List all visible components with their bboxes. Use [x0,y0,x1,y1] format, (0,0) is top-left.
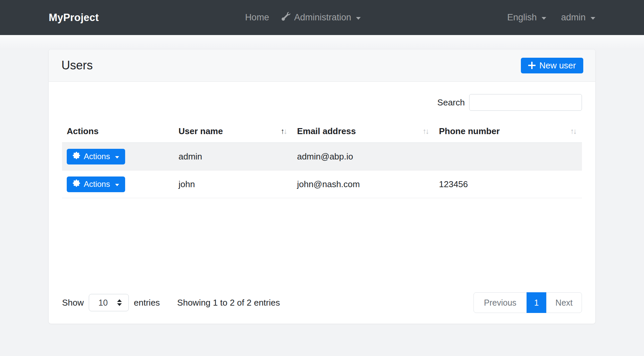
page-size-select[interactable]: 10 [89,294,129,311]
pagination: Previous 1 Next [473,292,582,313]
pagination-page-1[interactable]: 1 [527,292,547,313]
column-header-email[interactable]: Email address ↑↓ [292,122,434,143]
row-actions-label: Actions [84,152,110,161]
user-menu[interactable]: admin [561,12,595,23]
page-background [0,35,644,49]
card-body: Search Actions User name ↑↓ Email addres [49,82,595,324]
chevron-down-icon [115,184,119,186]
new-user-button-label: New user [539,60,576,71]
row-actions-button[interactable]: Actions [67,176,125,192]
table-footer: Show 10 entries Showing 1 to 2 of 2 entr… [62,292,582,313]
select-arrows-icon [117,299,122,306]
brand-logo[interactable]: MyProject [49,12,99,24]
nav-item-administration-label: Administration [294,12,351,23]
email-cell: admin@abp.io [292,143,434,170]
nav-item-home[interactable]: Home [245,12,269,23]
plus-icon [528,62,536,69]
search-row: Search [62,94,582,111]
chevron-down-icon [542,17,546,20]
chevron-down-icon [356,17,361,20]
actions-cell: Actions [62,170,174,198]
search-input[interactable] [469,94,582,111]
language-menu[interactable]: English [507,12,547,23]
chevron-down-icon [591,17,595,20]
entries-label: entries [134,298,160,308]
column-header-actions: Actions [62,122,174,143]
users-table: Actions User name ↑↓ Email address ↑↓ Ph… [62,122,582,198]
column-header-phone[interactable]: Phone number ↑↓ [434,122,582,143]
new-user-button[interactable]: New user [521,58,583,73]
card-header: Users New user [49,49,595,82]
sort-icon: ↑↓ [423,127,428,136]
email-cell: john@nash.com [292,170,434,198]
pagination-next[interactable]: Next [546,292,582,313]
table-row: Actions admin admin@abp.io [62,143,582,170]
showing-entries-summary: Showing 1 to 2 of 2 entries [177,298,280,308]
sort-icon: ↑↓ [570,127,576,136]
gear-icon [73,152,80,161]
actions-cell: Actions [62,143,174,170]
gear-icon [73,180,80,189]
row-actions-label: Actions [84,180,110,189]
show-label: Show [62,298,84,308]
main-menu: Home Administration [245,12,361,23]
navbar-right: English admin [507,12,595,23]
username-cell: john [174,170,292,198]
table-empty-space [62,198,582,292]
nav-item-home-label: Home [245,12,269,23]
phone-cell: 123456 [434,170,582,198]
phone-cell [434,143,582,170]
page-title: Users [61,58,93,72]
table-row: Actions john john@nash.com 123456 [62,170,582,198]
column-header-username[interactable]: User name ↑↓ [174,122,292,143]
table-header-row: Actions User name ↑↓ Email address ↑↓ Ph… [62,122,582,143]
pagination-previous[interactable]: Previous [473,292,527,313]
navbar: MyProject Home Administration English ad… [0,0,644,35]
wrench-icon [282,12,290,23]
username-cell: admin [174,143,292,170]
sort-icon: ↑↓ [281,127,286,136]
row-actions-button[interactable]: Actions [67,149,125,164]
language-menu-label: English [507,12,537,23]
search-label: Search [437,97,465,108]
user-menu-label: admin [561,12,586,23]
users-card: Users New user Search Actions User name [48,49,596,324]
chevron-down-icon [115,156,119,158]
page-size-control: Show 10 entries [62,294,160,311]
nav-item-administration[interactable]: Administration [282,12,361,23]
page-size-value: 10 [98,298,108,308]
